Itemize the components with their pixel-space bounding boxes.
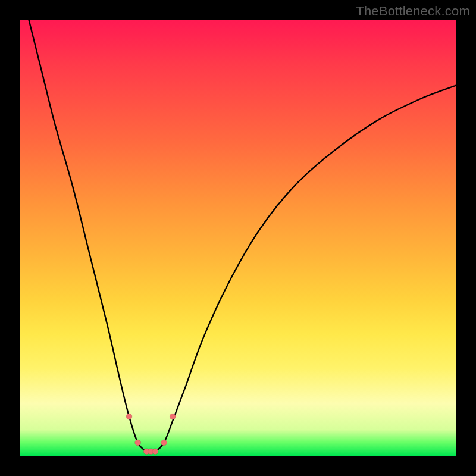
- marker-dot: [135, 440, 141, 446]
- marker-dot: [170, 414, 176, 419]
- marker-dot: [126, 414, 132, 419]
- bottleneck-curve: [29, 20, 456, 452]
- marker-dot: [161, 440, 167, 446]
- plot-area: [20, 20, 456, 456]
- marker-dot: [152, 449, 158, 455]
- chart-frame: TheBottleneck.com: [0, 0, 476, 476]
- watermark-text: TheBottleneck.com: [356, 4, 470, 19]
- bottleneck-curve-svg: [20, 20, 456, 456]
